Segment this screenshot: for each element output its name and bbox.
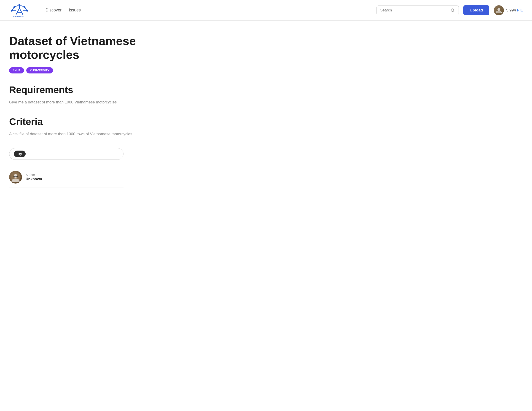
search-input[interactable] [380, 8, 448, 12]
tag-nlp[interactable]: #NLP [9, 67, 24, 73]
by-label: By [14, 151, 26, 157]
author-label: Author [26, 173, 42, 177]
nav-divider [40, 6, 40, 15]
criteria-heading: Criteria [9, 116, 151, 127]
search-bar[interactable] [377, 6, 459, 15]
page-title: Dataset of Vietnamese motorcycles [9, 34, 151, 62]
svg-text:DATAHOTPOT: DATAHOTPOT [13, 15, 25, 17]
logo-icon: DATAHOTPOT [9, 2, 30, 18]
svg-line-15 [453, 11, 454, 12]
header-right: Upload 5.994 FIL [377, 5, 523, 15]
upload-button[interactable]: Upload [463, 5, 489, 15]
logo-area[interactable]: DATAHOTPOT [9, 2, 30, 18]
svg-line-7 [19, 5, 25, 7]
author-name: Unknown [26, 177, 42, 181]
header: DATAHOTPOT Discover Issues Upload [0, 0, 532, 20]
author-section: Author Unknown [9, 167, 124, 187]
requirements-text: Give me a dataset of more than 1000 Viet… [9, 99, 151, 105]
search-icon [450, 8, 455, 13]
main-nav: Discover Issues [46, 8, 81, 13]
svg-point-16 [497, 8, 500, 11]
svg-rect-20 [16, 176, 18, 177]
author-avatar [9, 171, 22, 184]
svg-line-9 [25, 7, 27, 10]
svg-line-8 [12, 7, 14, 10]
requirements-heading: Requirements [9, 84, 151, 95]
tag-university[interactable]: #UNIVERSITY [26, 67, 53, 73]
svg-rect-19 [13, 176, 15, 177]
tags-row: #NLP #UNIVERSITY [9, 67, 151, 73]
author-info: Author Unknown [26, 173, 42, 181]
nav-issues[interactable]: Issues [69, 8, 81, 13]
svg-line-6 [14, 5, 20, 7]
main-content: Dataset of Vietnamese motorcycles #NLP #… [0, 20, 160, 196]
nav-discover[interactable]: Discover [46, 8, 62, 13]
user-balance: 5.994 FIL [506, 8, 523, 13]
avatar [494, 5, 504, 15]
by-bar: By [9, 148, 124, 160]
user-area[interactable]: 5.994 FIL [494, 5, 523, 15]
criteria-text: A csv file of dataset of more than 1000 … [9, 131, 151, 137]
